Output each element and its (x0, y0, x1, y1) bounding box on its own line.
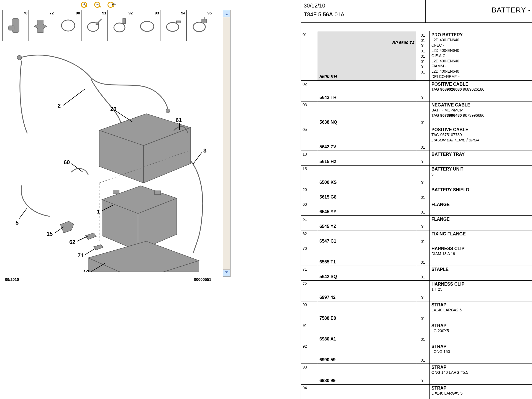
part-qty: 01 (416, 186, 430, 201)
part-row-10[interactable]: 105615 H201BATTERY TRAY (301, 151, 532, 166)
part-qty: 01 (416, 151, 430, 165)
table-header: 30/12/10 T84F 5 56A 01A BATTERY - (301, 0, 532, 23)
part-row-61[interactable]: 616545 YZ01FLANGE (301, 216, 532, 230)
part-seq: 62 (301, 230, 317, 245)
scroll-up-button[interactable] (223, 10, 230, 17)
svg-text:60: 60 (64, 159, 70, 165)
svg-point-13 (17, 55, 22, 60)
thumbnail-93[interactable]: 93 (134, 10, 160, 41)
part-reference: 6997 42 (317, 281, 416, 301)
part-seq: 72 (301, 281, 317, 301)
part-description: BATTERY UNIT3 (430, 166, 532, 186)
part-seq: 61 (301, 216, 317, 230)
thumbnail-number: 90 (76, 11, 80, 15)
part-row-71[interactable]: 715642 SQ01STAPLE (301, 266, 532, 281)
part-description: PRO BATTERYL2D 400-EN640CFEC -L2D 400-EN… (430, 31, 532, 80)
part-row-03[interactable]: 035638 NQ01NEGATIVE CABLEBATT - MCP/MCM … (301, 101, 532, 126)
thumbnail-94[interactable]: 94 (160, 10, 187, 41)
part-row-62[interactable]: 626547 C101FIXING FLANGE (301, 230, 532, 245)
part-qty: 01 (416, 343, 430, 364)
part-row-70[interactable]: 706555 T101HARNESS CLIPDIAM 13 A 19 (301, 245, 532, 266)
part-seq: 10 (301, 151, 317, 165)
svg-point-2 (62, 20, 75, 31)
scrollbar[interactable] (223, 10, 231, 277)
part-seq: 20 (301, 186, 317, 201)
thumbnail-90[interactable]: 90 (55, 10, 81, 41)
parts-table-panel: 30/12/10 T84F 5 56A 01A BATTERY - 015600… (301, 0, 532, 399)
svg-text:61: 61 (176, 117, 182, 123)
diagram-panel: 7072909192939495 (0, 0, 233, 288)
thumbnail-72[interactable]: 72 (29, 10, 55, 41)
svg-rect-9 (177, 21, 180, 23)
part-seq: 71 (301, 266, 317, 280)
svg-line-42 (85, 248, 95, 255)
svg-text:5: 5 (16, 220, 19, 226)
thumbnail-number: 72 (49, 11, 54, 15)
part-row-05[interactable]: 055642 ZV01POSITIVE CABLE TAG 9675107780… (301, 126, 532, 151)
part-seq: 01 (301, 31, 317, 80)
part-seq: 05 (301, 126, 317, 151)
thumbnail-91[interactable]: 91 (81, 10, 108, 41)
thumbnail-95[interactable]: 95 (186, 10, 213, 41)
part-row-60[interactable]: 606545 YY01FLANGE (301, 201, 532, 216)
thumbnail-92[interactable]: 92 (108, 10, 134, 41)
parts-table: 015600 KHRP 5600 TJ0101010101010101PRO B… (301, 31, 532, 399)
part-row-02[interactable]: 025642 TH01POSITIVE CABLE TAG 9689026080… (301, 81, 532, 101)
part-reference: 7588 E8 (317, 301, 416, 322)
part-row-94[interactable]: 946980 A301STRAPL =140 LARG=5,5 (301, 385, 532, 399)
part-reference: 5600 KHRP 5600 TJ (317, 31, 416, 80)
zoom-out-button[interactable] (94, 1, 100, 8)
diagram-date: 09/2010 (5, 277, 19, 282)
part-row-92[interactable]: 926990 5901STRAPLONG 150 (301, 343, 532, 364)
part-description: POSITIVE CABLE TAG 9675107780LIASON BATT… (430, 126, 532, 151)
part-qty: 01 (416, 101, 430, 126)
exploded-diagram[interactable]: 2 20 60 61 3 5 15 62 71 1 10 (2, 42, 221, 272)
svg-line-34 (193, 153, 202, 164)
part-seq: 94 (301, 385, 317, 399)
part-row-15[interactable]: 156500 KS01BATTERY UNIT3 (301, 166, 532, 186)
scroll-down-button[interactable] (223, 270, 230, 276)
part-reference: 6990 59 (317, 343, 416, 364)
thumbnail-number: 91 (102, 11, 106, 15)
part-seq: 92 (301, 343, 317, 364)
part-row-01[interactable]: 015600 KHRP 5600 TJ0101010101010101PRO B… (301, 31, 532, 81)
thumbnail-number: 92 (128, 11, 133, 15)
part-row-90[interactable]: 907588 E801STRAPL=140 LARG=2,5 (301, 301, 532, 322)
part-reference: 6545 YY (317, 201, 416, 215)
part-seq: 03 (301, 101, 317, 126)
zoom-fit-button[interactable] (107, 1, 114, 8)
part-row-93[interactable]: 936980 9901STRAPONG 140 LARG =5,5 (301, 364, 532, 385)
part-qty: 01 (416, 81, 430, 101)
svg-point-14 (166, 109, 170, 113)
part-seq: 15 (301, 166, 317, 186)
svg-rect-11 (202, 19, 207, 23)
part-qty: 01 (416, 216, 430, 230)
part-row-20[interactable]: 205615 G801BATTERY SHIELD (301, 186, 532, 201)
zoom-in-button[interactable] (80, 1, 87, 8)
header-date: 30/12/10 (304, 2, 325, 9)
part-row-91[interactable]: 916980 A101STRAPLG 200X5 (301, 322, 532, 343)
part-seq: 02 (301, 81, 317, 101)
part-reference: 6547 C1 (317, 230, 416, 245)
part-reference: 5642 SQ (317, 266, 416, 280)
part-qty: 01 (416, 322, 430, 343)
part-reference: 6980 A1 (317, 322, 416, 343)
part-reference: 5642 ZV (317, 126, 416, 151)
part-row-72[interactable]: 726997 4201HARNESS CLIP1 T 25 (301, 281, 532, 301)
svg-line-36 (19, 208, 27, 219)
part-description: STRAPLG 200X5 (430, 322, 532, 343)
part-qty: 01 (416, 364, 430, 384)
part-description: BATTERY TRAY (430, 151, 532, 165)
part-description: STRAPL =140 LARG=5,5 (430, 385, 532, 399)
part-description: POSITIVE CABLE TAG 9689026080 9689026180 (430, 81, 532, 101)
svg-rect-22 (155, 191, 161, 195)
part-qty: 01 (416, 230, 430, 245)
part-description: HARNESS CLIP1 T 25 (430, 281, 532, 301)
part-description: STAPLE (430, 266, 532, 280)
part-reference: 5642 TH (317, 81, 416, 101)
part-qty: 01 (416, 385, 430, 399)
thumbnail-70[interactable]: 70 (2, 10, 29, 41)
part-seq: 60 (301, 201, 317, 215)
part-reference: 6980 A3 (317, 385, 416, 399)
svg-rect-6 (123, 19, 126, 24)
